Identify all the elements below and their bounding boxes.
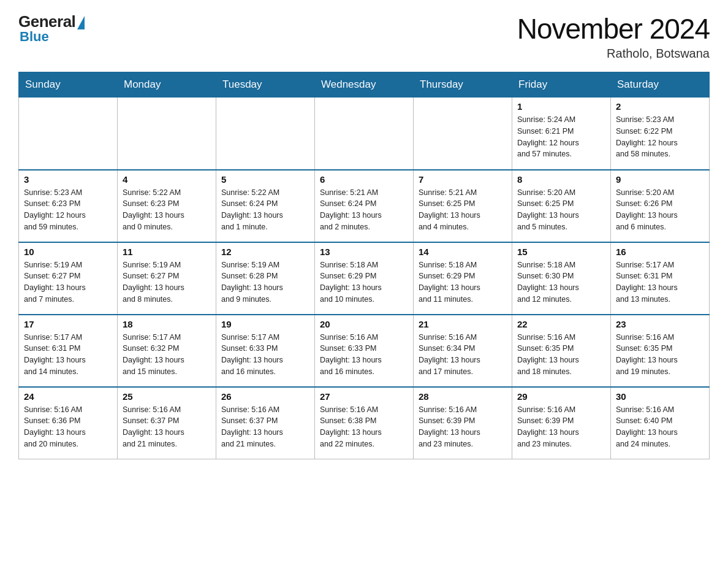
- day-number: 21: [419, 319, 507, 329]
- calendar-cell: 7Sunrise: 5:21 AMSunset: 6:25 PMDaylight…: [414, 170, 512, 242]
- day-number: 22: [517, 319, 605, 329]
- day-number: 26: [221, 391, 309, 402]
- day-info: Sunrise: 5:16 AMSunset: 6:34 PMDaylight:…: [419, 332, 507, 378]
- day-info: Sunrise: 5:21 AMSunset: 6:25 PMDaylight:…: [419, 187, 507, 233]
- day-number: 2: [616, 101, 704, 112]
- calendar-cell: 16Sunrise: 5:17 AMSunset: 6:31 PMDayligh…: [611, 242, 710, 315]
- day-number: 29: [517, 391, 605, 402]
- day-info: Sunrise: 5:19 AMSunset: 6:27 PMDaylight:…: [24, 259, 112, 305]
- day-number: 9: [616, 174, 704, 185]
- day-of-week-header: Sunday: [19, 72, 118, 98]
- day-number: 16: [616, 247, 704, 257]
- calendar-cell: 30Sunrise: 5:16 AMSunset: 6:40 PMDayligh…: [611, 387, 710, 459]
- day-of-week-header: Wednesday: [315, 72, 414, 98]
- day-of-week-header: Saturday: [611, 72, 710, 98]
- day-info: Sunrise: 5:18 AMSunset: 6:30 PMDaylight:…: [517, 259, 605, 305]
- day-number: 6: [320, 174, 408, 185]
- day-number: 13: [320, 247, 408, 257]
- logo-triangle-icon: [77, 16, 85, 29]
- calendar-cell: 23Sunrise: 5:16 AMSunset: 6:35 PMDayligh…: [611, 315, 710, 387]
- calendar-cell: 14Sunrise: 5:18 AMSunset: 6:29 PMDayligh…: [414, 242, 512, 315]
- calendar-cell: 18Sunrise: 5:17 AMSunset: 6:32 PMDayligh…: [118, 315, 216, 387]
- page-header: General Blue November 2024 Ratholo, Bots…: [18, 12, 710, 61]
- week-row: 3Sunrise: 5:23 AMSunset: 6:23 PMDaylight…: [19, 170, 710, 242]
- calendar-cell: 3Sunrise: 5:23 AMSunset: 6:23 PMDaylight…: [19, 170, 118, 242]
- day-info: Sunrise: 5:22 AMSunset: 6:23 PMDaylight:…: [123, 187, 211, 233]
- day-number: 28: [419, 391, 507, 402]
- calendar-cell: 2Sunrise: 5:23 AMSunset: 6:22 PMDaylight…: [611, 98, 710, 170]
- week-row: 1Sunrise: 5:24 AMSunset: 6:21 PMDaylight…: [19, 98, 710, 170]
- calendar-cell: 28Sunrise: 5:16 AMSunset: 6:39 PMDayligh…: [414, 387, 512, 459]
- day-info: Sunrise: 5:22 AMSunset: 6:24 PMDaylight:…: [221, 187, 309, 233]
- calendar-cell: 6Sunrise: 5:21 AMSunset: 6:24 PMDaylight…: [315, 170, 414, 242]
- day-number: 19: [221, 319, 309, 329]
- day-info: Sunrise: 5:16 AMSunset: 6:39 PMDaylight:…: [419, 404, 507, 450]
- calendar-cell: [118, 98, 216, 170]
- day-number: 3: [24, 174, 112, 185]
- calendar-header-row: SundayMondayTuesdayWednesdayThursdayFrid…: [19, 72, 710, 98]
- day-info: Sunrise: 5:17 AMSunset: 6:32 PMDaylight:…: [123, 332, 211, 378]
- calendar-cell: 5Sunrise: 5:22 AMSunset: 6:24 PMDaylight…: [216, 170, 315, 242]
- calendar-cell: [414, 98, 512, 170]
- day-number: 11: [123, 247, 211, 257]
- day-number: 23: [616, 319, 704, 329]
- day-number: 18: [123, 319, 211, 329]
- calendar-cell: 19Sunrise: 5:17 AMSunset: 6:33 PMDayligh…: [216, 315, 315, 387]
- day-of-week-header: Monday: [118, 72, 216, 98]
- logo: General Blue: [18, 12, 85, 45]
- day-info: Sunrise: 5:16 AMSunset: 6:33 PMDaylight:…: [320, 332, 408, 378]
- calendar-cell: 4Sunrise: 5:22 AMSunset: 6:23 PMDaylight…: [118, 170, 216, 242]
- week-row: 24Sunrise: 5:16 AMSunset: 6:36 PMDayligh…: [19, 387, 710, 459]
- calendar-cell: [19, 98, 118, 170]
- calendar-cell: 17Sunrise: 5:17 AMSunset: 6:31 PMDayligh…: [19, 315, 118, 387]
- day-info: Sunrise: 5:23 AMSunset: 6:22 PMDaylight:…: [616, 114, 704, 160]
- calendar-table: SundayMondayTuesdayWednesdayThursdayFrid…: [18, 72, 710, 459]
- day-info: Sunrise: 5:16 AMSunset: 6:35 PMDaylight:…: [616, 332, 704, 378]
- day-info: Sunrise: 5:18 AMSunset: 6:29 PMDaylight:…: [320, 259, 408, 305]
- day-info: Sunrise: 5:16 AMSunset: 6:40 PMDaylight:…: [616, 404, 704, 450]
- day-number: 8: [517, 174, 605, 185]
- day-info: Sunrise: 5:19 AMSunset: 6:28 PMDaylight:…: [221, 259, 309, 305]
- day-info: Sunrise: 5:20 AMSunset: 6:26 PMDaylight:…: [616, 187, 704, 233]
- calendar-cell: 11Sunrise: 5:19 AMSunset: 6:27 PMDayligh…: [118, 242, 216, 315]
- calendar-cell: 13Sunrise: 5:18 AMSunset: 6:29 PMDayligh…: [315, 242, 414, 315]
- day-of-week-header: Friday: [512, 72, 611, 98]
- calendar-cell: [315, 98, 414, 170]
- month-year-title: November 2024: [517, 12, 710, 45]
- calendar-cell: 9Sunrise: 5:20 AMSunset: 6:26 PMDaylight…: [611, 170, 710, 242]
- day-of-week-header: Thursday: [414, 72, 512, 98]
- day-number: 24: [24, 391, 112, 402]
- calendar-cell: 10Sunrise: 5:19 AMSunset: 6:27 PMDayligh…: [19, 242, 118, 315]
- calendar-cell: 22Sunrise: 5:16 AMSunset: 6:35 PMDayligh…: [512, 315, 611, 387]
- day-of-week-header: Tuesday: [216, 72, 315, 98]
- day-number: 7: [419, 174, 507, 185]
- day-info: Sunrise: 5:16 AMSunset: 6:39 PMDaylight:…: [517, 404, 605, 450]
- calendar-cell: 8Sunrise: 5:20 AMSunset: 6:25 PMDaylight…: [512, 170, 611, 242]
- day-info: Sunrise: 5:18 AMSunset: 6:29 PMDaylight:…: [419, 259, 507, 305]
- day-number: 15: [517, 247, 605, 257]
- location-subtitle: Ratholo, Botswana: [517, 47, 710, 61]
- day-number: 5: [221, 174, 309, 185]
- day-number: 17: [24, 319, 112, 329]
- day-number: 27: [320, 391, 408, 402]
- day-number: 10: [24, 247, 112, 257]
- day-info: Sunrise: 5:16 AMSunset: 6:35 PMDaylight:…: [517, 332, 605, 378]
- day-number: 1: [517, 101, 605, 112]
- logo-blue-text: Blue: [20, 29, 49, 45]
- day-info: Sunrise: 5:16 AMSunset: 6:37 PMDaylight:…: [123, 404, 211, 450]
- day-number: 30: [616, 391, 704, 402]
- day-number: 20: [320, 319, 408, 329]
- week-row: 17Sunrise: 5:17 AMSunset: 6:31 PMDayligh…: [19, 315, 710, 387]
- calendar-cell: 29Sunrise: 5:16 AMSunset: 6:39 PMDayligh…: [512, 387, 611, 459]
- calendar-cell: 21Sunrise: 5:16 AMSunset: 6:34 PMDayligh…: [414, 315, 512, 387]
- calendar-cell: 26Sunrise: 5:16 AMSunset: 6:37 PMDayligh…: [216, 387, 315, 459]
- calendar-cell: 24Sunrise: 5:16 AMSunset: 6:36 PMDayligh…: [19, 387, 118, 459]
- day-number: 12: [221, 247, 309, 257]
- calendar-cell: 27Sunrise: 5:16 AMSunset: 6:38 PMDayligh…: [315, 387, 414, 459]
- day-info: Sunrise: 5:16 AMSunset: 6:38 PMDaylight:…: [320, 404, 408, 450]
- day-info: Sunrise: 5:16 AMSunset: 6:37 PMDaylight:…: [221, 404, 309, 450]
- day-info: Sunrise: 5:19 AMSunset: 6:27 PMDaylight:…: [123, 259, 211, 305]
- day-info: Sunrise: 5:17 AMSunset: 6:31 PMDaylight:…: [24, 332, 112, 378]
- day-info: Sunrise: 5:20 AMSunset: 6:25 PMDaylight:…: [517, 187, 605, 233]
- day-info: Sunrise: 5:17 AMSunset: 6:31 PMDaylight:…: [616, 259, 704, 305]
